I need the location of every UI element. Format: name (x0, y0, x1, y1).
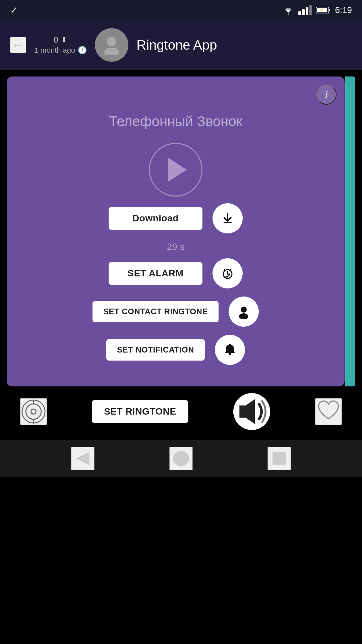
svg-rect-1 (329, 9, 330, 11)
avatar (95, 28, 128, 62)
download-row: Download (20, 203, 331, 233)
download-count: 0 ⬇ (54, 35, 67, 45)
wifi-icon (282, 5, 294, 15)
nav-back-icon (72, 447, 94, 470)
download-icon: ⬇ (61, 35, 67, 45)
svg-marker-25 (76, 452, 89, 465)
app-header: ← 0 ⬇ 1 month ago 🕐 Ringtone App (0, 20, 362, 70)
duration-label: 29 s (167, 241, 185, 252)
contact-circle-button[interactable] (229, 297, 259, 327)
svg-point-22 (31, 409, 36, 414)
svg-rect-27 (273, 452, 286, 465)
header-meta: 0 ⬇ 1 month ago 🕐 (34, 35, 87, 55)
avatar-svg (102, 35, 122, 55)
app-title: Ringtone App (136, 38, 217, 53)
volume-icon (233, 393, 270, 430)
nav-home-button[interactable] (169, 447, 193, 470)
notification-circle-button[interactable] (215, 335, 245, 365)
bottom-bar: SET RINGTONE (0, 383, 362, 440)
svg-rect-19 (229, 344, 231, 345)
svg-point-21 (26, 404, 41, 419)
download-button[interactable]: Download (109, 207, 202, 230)
signal-icon (298, 5, 312, 15)
set-alarm-button[interactable]: SET ALARM (109, 262, 202, 285)
person-icon (236, 304, 252, 320)
song-title: Телефонный Звонок (109, 113, 242, 129)
share-icon (21, 399, 46, 424)
svg-point-26 (173, 450, 189, 467)
back-button[interactable]: ← (10, 37, 26, 53)
svg-point-18 (229, 353, 231, 355)
set-contact-ringtone-button[interactable]: SET CONTACT RINGTONE (93, 301, 219, 322)
svg-point-5 (104, 48, 119, 55)
download-circle-button[interactable] (213, 203, 243, 233)
clock-icon: 🕐 (78, 46, 87, 55)
svg-point-16 (239, 313, 248, 319)
alarm-circle-button[interactable] (213, 258, 243, 288)
status-icons: ⚡ 6:19 (282, 5, 352, 15)
volume-circle-button[interactable] (233, 393, 270, 430)
heart-icon (316, 399, 341, 424)
side-panel (345, 76, 355, 386)
set-alarm-row: SET ALARM (20, 258, 331, 288)
time-ago: 1 month ago 🕐 (34, 46, 87, 55)
main-content: i Телефонный Звонок Download 29 s SET AL… (0, 70, 362, 386)
play-button[interactable] (149, 143, 202, 197)
ringtone-card: i Телефонный Звонок Download 29 s SET AL… (7, 76, 345, 386)
set-ringtone-button[interactable]: SET RINGTONE (92, 400, 188, 423)
nav-back-button[interactable] (71, 447, 95, 470)
play-triangle-icon (168, 158, 187, 182)
battery-icon: ⚡ (316, 6, 331, 14)
download-icon (220, 210, 236, 226)
share-button[interactable] (20, 398, 47, 425)
bell-icon (222, 342, 238, 358)
set-notification-button[interactable]: SET NOTIFICATION (106, 339, 205, 361)
svg-point-4 (107, 37, 116, 46)
time-display: 6:19 (335, 5, 352, 15)
set-notification-row: SET NOTIFICATION (20, 335, 331, 365)
nav-recents-icon (268, 447, 290, 470)
nav-home-icon (170, 447, 192, 470)
check-icon: ✓ (10, 5, 18, 16)
set-contact-ringtone-row: SET CONTACT RINGTONE (20, 297, 331, 327)
info-button[interactable]: i (316, 85, 337, 105)
nav-recents-button[interactable] (267, 447, 291, 470)
favorite-button[interactable] (315, 398, 342, 425)
svg-text:⚡: ⚡ (319, 8, 324, 12)
alarm-icon (220, 265, 236, 281)
status-bar: ✓ ⚡ 6:19 (0, 0, 362, 20)
svg-point-15 (241, 307, 247, 313)
nav-bar (0, 440, 362, 477)
